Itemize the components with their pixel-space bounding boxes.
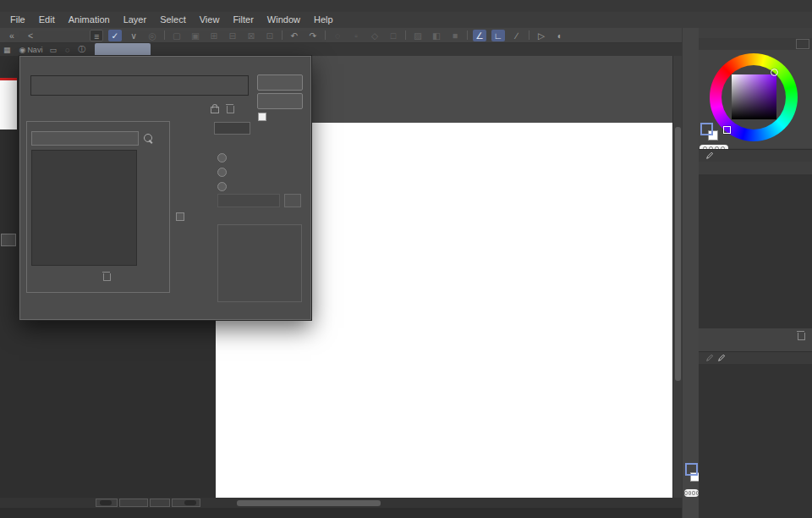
lock-icon[interactable] xyxy=(211,107,219,113)
delete-node-icon[interactable] xyxy=(227,106,234,113)
menu-item[interactable]: Filter xyxy=(226,12,260,28)
toolbar-icon[interactable] xyxy=(467,30,468,40)
toolbar-icon[interactable]: ∟ xyxy=(491,30,505,41)
node-nav-row xyxy=(195,102,234,113)
panel-tab-icon[interactable]: ▭ xyxy=(46,46,62,54)
menu-item[interactable]: Layer xyxy=(117,12,154,28)
brush-size-panel xyxy=(699,351,812,518)
subtool-header xyxy=(699,150,812,162)
saturation-value-square[interactable] xyxy=(732,74,776,119)
panel-tab-icon[interactable]: ▦ xyxy=(0,46,16,54)
zoom-in-button[interactable] xyxy=(172,499,200,507)
menu-item[interactable]: Edit xyxy=(32,12,62,28)
ok-button[interactable] xyxy=(257,74,303,91)
toolbar-icon[interactable]: ▫ xyxy=(349,30,363,41)
menu-item[interactable]: Help xyxy=(307,12,340,28)
menu-item[interactable]: Select xyxy=(153,12,193,28)
foreground-color-swatch[interactable] xyxy=(685,463,698,476)
sv-marker[interactable] xyxy=(771,69,778,76)
preview-checkbox[interactable] xyxy=(258,113,266,121)
toolbar-icon[interactable]: ◌ xyxy=(331,30,344,41)
toolbar-icon[interactable]: ∕ xyxy=(510,30,524,41)
toolbar-icon[interactable]: ⊟ xyxy=(226,30,239,41)
panel-tab-icon[interactable]: ⓘ xyxy=(74,44,91,55)
trash-icon[interactable] xyxy=(798,333,805,340)
rotation-value xyxy=(150,499,170,507)
hue-ring[interactable] xyxy=(710,53,798,141)
zoom-out-button[interactable] xyxy=(96,499,118,507)
hue-marker[interactable] xyxy=(723,126,731,134)
gradient-set-dropdown[interactable] xyxy=(31,131,139,146)
toolbar-icon[interactable]: ◇ xyxy=(368,30,381,41)
toolbar-icon[interactable]: □ xyxy=(387,30,400,41)
radio-sub-drawing-color[interactable] xyxy=(217,168,232,177)
menu-item[interactable]: Animation xyxy=(62,12,117,28)
toolbar-icon[interactable]: ■ xyxy=(448,30,462,41)
layer-tool-button[interactable] xyxy=(1,234,16,246)
position-input[interactable] xyxy=(214,122,250,135)
horizontal-scrollbar-thumb[interactable] xyxy=(237,500,381,506)
chevron-down-icon[interactable] xyxy=(796,39,809,49)
toolbar-icon[interactable]: ↶ xyxy=(288,30,301,41)
toolbar-icon[interactable]: ∨ xyxy=(127,30,140,41)
toolbar-icon[interactable]: ▨ xyxy=(411,30,425,41)
toolbar-icon[interactable]: « xyxy=(5,30,19,41)
toolbar-icon[interactable] xyxy=(529,30,529,40)
menu-item[interactable]: Window xyxy=(261,12,307,28)
brush-icon xyxy=(717,354,726,362)
toolbar-icon[interactable]: ✓ xyxy=(108,30,122,41)
toolbar-icon[interactable]: ∠ xyxy=(473,30,486,41)
toolbar-icon[interactable]: ⊡ xyxy=(263,30,277,41)
toolbar-icon[interactable] xyxy=(405,30,406,40)
mixing-rate-checkbox[interactable] xyxy=(176,212,184,221)
edit-set-icon[interactable] xyxy=(144,134,152,142)
toolbar-icon[interactable]: ⊞ xyxy=(207,30,221,41)
zoom-percentage xyxy=(119,499,148,507)
color-history-strip[interactable] xyxy=(684,489,699,497)
menu-item[interactable]: File xyxy=(3,12,32,28)
move-up-icon[interactable] xyxy=(140,152,153,163)
toolbar-icon[interactable]: ≡ xyxy=(90,30,103,41)
toolbar-icon[interactable] xyxy=(325,30,326,40)
toolbar-icon[interactable]: ◎ xyxy=(145,30,159,41)
preview-row xyxy=(258,113,270,121)
brush-grid xyxy=(699,174,812,328)
vertical-scrollbar[interactable] xyxy=(672,56,682,501)
close-icon[interactable] xyxy=(296,58,308,70)
right-dock xyxy=(699,28,812,518)
cancel-button[interactable] xyxy=(257,93,303,109)
toolbar-icon[interactable]: ◧ xyxy=(430,30,443,41)
subtool-panel xyxy=(699,149,812,351)
toolbar-icon[interactable]: ◐ xyxy=(553,30,567,41)
toolbar-icon[interactable] xyxy=(282,30,283,40)
document-tab[interactable] xyxy=(95,43,151,56)
gradient-preview-bar[interactable] xyxy=(30,75,249,96)
toolbar-icon[interactable]: ▢ xyxy=(170,30,184,41)
panel-tab-icon[interactable]: ◌ xyxy=(62,46,74,54)
eyedropper-icon[interactable] xyxy=(284,194,301,207)
mixing-curve-area[interactable] xyxy=(217,224,302,302)
color-wheel-panel xyxy=(699,50,812,148)
toolbar-icon[interactable] xyxy=(42,30,85,41)
toolbar-icon[interactable]: ▷ xyxy=(535,30,548,41)
toolbar-icon[interactable]: ⊠ xyxy=(244,30,258,41)
status-bar xyxy=(0,498,682,508)
gradient-set-footer xyxy=(73,271,111,281)
brush-icon xyxy=(705,354,714,362)
tool-strip xyxy=(682,28,699,518)
specified-color-box[interactable] xyxy=(217,194,280,207)
vertical-scrollbar-thumb[interactable] xyxy=(675,127,681,381)
move-down-icon[interactable] xyxy=(140,168,153,180)
toolbar-icon[interactable] xyxy=(164,30,165,40)
main-color-swatch[interactable] xyxy=(700,123,713,135)
toolbar-icon[interactable]: < xyxy=(24,30,37,41)
navigator-thumbnail xyxy=(0,80,17,130)
radio-specified-color[interactable] xyxy=(217,182,232,191)
toolbar-icon[interactable]: ↷ xyxy=(306,30,320,41)
panel-tab-icon[interactable]: ◉Navi xyxy=(16,46,47,54)
window-title xyxy=(0,0,812,12)
trash-icon[interactable] xyxy=(103,273,111,281)
toolbar-icon[interactable]: ▣ xyxy=(189,30,202,41)
radio-main-drawing-color[interactable] xyxy=(217,153,232,163)
menu-item[interactable]: View xyxy=(193,12,227,28)
